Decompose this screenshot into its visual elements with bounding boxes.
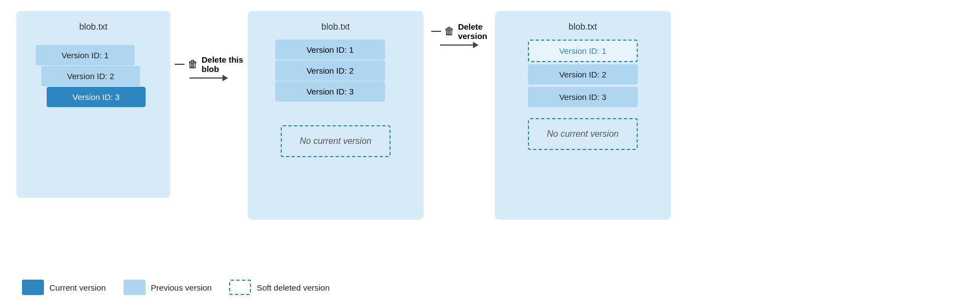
arrow2-label: Delete version [458, 22, 487, 41]
blob1-version3: Version ID: 3 [47, 87, 146, 107]
blob3-version2: Version ID: 2 [528, 64, 638, 85]
arrow1-label: Delete this blob [202, 55, 243, 74]
arrow2-arrow-row [440, 42, 478, 48]
arrow2-arrowhead [473, 42, 478, 48]
diagrams-wrapper: blob.txt Version ID: 1 Version ID: 2 Ver… [16, 11, 964, 271]
arrow1-line-left [175, 64, 185, 65]
arrow2-line-left [431, 31, 441, 32]
arrow2-label-line2: version [458, 31, 487, 41]
legend-current-label: Current version [49, 283, 106, 292]
legend-current: Current version [22, 280, 106, 295]
blob2-title: blob.txt [321, 22, 350, 32]
arrow2-connector-top: 🗑 Delete version [431, 22, 487, 41]
blob2-version2: Version ID: 2 [275, 60, 385, 81]
blob-container-2: blob.txt Version ID: 1 Version ID: 2 Ver… [248, 11, 424, 220]
main-container: blob.txt Version ID: 1 Version ID: 2 Ver… [0, 0, 980, 306]
arrow1-label-line1: Delete this [202, 55, 243, 64]
arrow1-arrowhead [222, 75, 228, 81]
blob2-version3: Version ID: 3 [275, 81, 385, 102]
legend-previous-label: Previous version [151, 283, 212, 292]
blob1-title: blob.txt [79, 22, 108, 32]
blob3-version1-deleted: Version ID: 1 [528, 40, 638, 62]
arrow1-connector-top: 🗑 Delete this blob [175, 55, 243, 74]
trash-icon-2: 🗑 [444, 25, 455, 37]
legend-current-box [22, 280, 44, 295]
blob-container-3: blob.txt Version ID: 1 Version ID: 2 Ver… [495, 11, 671, 220]
blob2-version1: Version ID: 1 [275, 40, 385, 60]
blob1-version2: Version ID: 2 [41, 66, 140, 86]
legend-softdeleted: Soft deleted version [229, 280, 330, 295]
blob1-stack: Version ID: 1 Version ID: 2 Version ID: … [36, 45, 151, 130]
trash-icon-1: 🗑 [188, 58, 198, 70]
blob-container-1: blob.txt Version ID: 1 Version ID: 2 Ver… [16, 11, 170, 198]
legend-softdeleted-label: Soft deleted version [257, 283, 330, 292]
blob3-no-current: No current version [528, 118, 638, 150]
arrow2-label-line1: Delete [458, 22, 487, 31]
arrow1-area: 🗑 Delete this blob [170, 55, 248, 81]
arrow1-label-line2: blob [202, 64, 243, 74]
legend-previous: Previous version [124, 280, 212, 295]
legend-row: Current version Previous version Soft de… [16, 280, 964, 295]
arrow2-area: 🗑 Delete version [424, 22, 495, 48]
blob1-version1: Version ID: 1 [36, 45, 135, 65]
blob3-title: blob.txt [569, 22, 597, 32]
arrow2-line-right [440, 44, 473, 46]
arrow1-line-right [190, 77, 222, 79]
arrow1-arrow-row [190, 75, 228, 81]
legend-softdeleted-box [229, 280, 251, 295]
blob2-no-current: No current version [281, 125, 391, 157]
legend-previous-box [124, 280, 146, 295]
blob2-stack: Version ID: 1 Version ID: 2 Version ID: … [275, 40, 396, 116]
blob3-version3: Version ID: 3 [528, 87, 638, 107]
